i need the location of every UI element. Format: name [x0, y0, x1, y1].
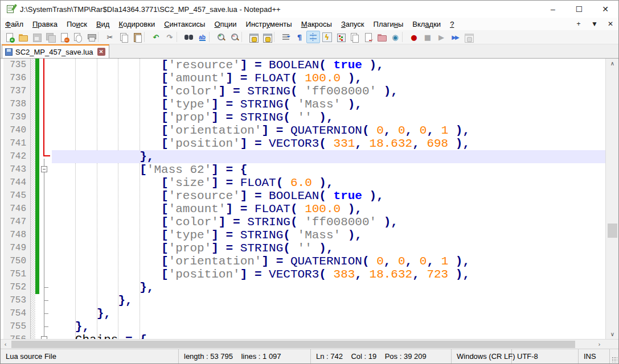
change-marker [35, 163, 39, 176]
save-macro-button[interactable] [462, 31, 475, 43]
status-size-info: length : 53 795 lines : 1 097 [179, 349, 311, 363]
menu-item-6[interactable]: Синтаксисы [159, 19, 210, 30]
show-indent-guide-button[interactable] [306, 31, 320, 43]
undo-icon: ↶ [151, 32, 161, 42]
cut-button[interactable]: ✂ [103, 31, 117, 43]
close-file-button[interactable] [57, 31, 71, 43]
save-macro-icon [464, 32, 474, 42]
folder-as-workspace-button[interactable] [375, 31, 388, 43]
change-marker [35, 111, 39, 124]
minimize-button[interactable]: – [540, 1, 566, 18]
menu-item-10[interactable]: Запуск [337, 19, 369, 30]
show-all-characters-button[interactable]: ¶ [293, 31, 306, 43]
menu-item-4[interactable]: Вид [92, 19, 114, 30]
scroll-right-arrow-icon[interactable]: › [595, 340, 604, 349]
status-insert-mode: INS [579, 349, 610, 363]
line-number: 752 [3, 281, 30, 294]
record-macro-button[interactable]: ● [407, 31, 421, 43]
run-macro-multiple-icon: ▶▶ [450, 32, 460, 42]
user-defined-dialog-icon: ϟ [322, 32, 332, 42]
menu-bar: ФайлПравкаПоискВидКодировкиСинтаксисыОпц… [1, 18, 618, 30]
redo-button[interactable]: ↷ [163, 31, 177, 43]
print-button[interactable] [84, 31, 98, 43]
scrollbar-corner [605, 340, 618, 349]
menu-item-3[interactable]: Поиск [62, 19, 92, 30]
run-macro-multiple-button[interactable]: ▶▶ [448, 31, 462, 43]
change-marker [35, 85, 39, 98]
menu-item-5[interactable]: Кодировки [114, 19, 159, 30]
zoom-out-button[interactable]: − [228, 31, 241, 43]
line-number: 755 [3, 320, 30, 333]
replace-button[interactable]: ab [195, 31, 209, 43]
close-all-button[interactable] [71, 31, 84, 43]
new-tab-button[interactable]: + [574, 20, 583, 28]
menu-item-11[interactable]: Плагины [369, 19, 408, 30]
stop-macro-button[interactable]: ■ [421, 31, 434, 43]
resize-grip[interactable] [612, 357, 617, 362]
menu-item-12[interactable]: Вкладки [408, 19, 445, 30]
open-file-button[interactable] [16, 31, 30, 43]
menu-item-9[interactable]: Макросы [297, 19, 337, 30]
close-button[interactable]: ✕ [592, 1, 618, 18]
change-marker [35, 268, 39, 281]
close-all-icon [73, 32, 83, 42]
fold-margin[interactable] [39, 59, 52, 339]
notepad-plus-plus-icon [6, 5, 15, 14]
line-number: 735 [3, 59, 30, 72]
tab-close-icon[interactable]: ✕ [97, 48, 105, 56]
vertical-scroll-thumb[interactable] [608, 224, 617, 238]
copy-button[interactable] [117, 31, 130, 43]
line-number: 738 [3, 98, 30, 111]
toolbar: ✂↶↷ab+−¶ϟ◉●■▶▶▶ [1, 30, 618, 44]
menu-item-7[interactable]: Опции [210, 19, 241, 30]
menu-item-8[interactable]: Инструменты [241, 19, 297, 30]
scroll-down-arrow-icon[interactable]: ∨ [606, 329, 618, 339]
vertical-scrollbar[interactable]: ∧ ∨ [605, 59, 618, 339]
line-number: 749 [3, 242, 30, 255]
new-file-button[interactable] [2, 31, 16, 43]
fold-collapse-icon[interactable] [41, 166, 47, 172]
tab-list-button[interactable]: ▼ [590, 20, 599, 28]
horizontal-scrollbar[interactable]: ‹ › [1, 339, 618, 349]
menu-item-1[interactable]: Файл [1, 19, 28, 30]
find-button[interactable] [182, 31, 195, 43]
close-tab-button[interactable]: ✕ [606, 20, 615, 28]
code-line-736: ['amount'] = FLOAT( 100.0 ), [52, 72, 605, 85]
fold-end-tick [44, 326, 48, 327]
change-marker [35, 72, 39, 85]
toolbar-separator [402, 32, 406, 42]
scroll-left-arrow-icon[interactable]: ‹ [1, 340, 10, 349]
scroll-up-arrow-icon[interactable]: ∧ [606, 59, 618, 68]
tab-SC2_MP_457_save.lua[interactable]: SC2_MP_457_save.lua✕ [2, 44, 109, 58]
file-monitoring-button[interactable]: ◉ [388, 31, 402, 43]
code-line-744: ['size'] = FLOAT( 6.0 ), [52, 176, 605, 189]
change-marker [35, 189, 39, 202]
sync-scroll-vertical-button[interactable] [247, 31, 260, 43]
save-all-button[interactable] [43, 31, 57, 43]
word-wrap-button[interactable] [279, 31, 293, 43]
menu-item-13[interactable]: ? [445, 19, 458, 30]
function-list-button[interactable] [361, 31, 375, 43]
title-bar: J:\SystemTrash\TMP\Rar$DIa14364.3771\SC2… [1, 1, 618, 18]
code-text-area[interactable]: ['resource'] = BOOLEAN( true ), ['amount… [52, 59, 605, 339]
play-macro-button[interactable]: ▶ [434, 31, 448, 43]
code-line-752: }, [52, 281, 605, 294]
undo-button[interactable]: ↶ [149, 31, 163, 43]
line-number: 742 [3, 150, 30, 163]
horizontal-scroll-thumb[interactable] [11, 341, 575, 348]
user-defined-dialog-button[interactable]: ϟ [320, 31, 334, 43]
document-map-button[interactable] [334, 31, 347, 43]
bookmark-margin[interactable] [31, 59, 35, 339]
document-list-button[interactable] [347, 31, 361, 43]
paste-button[interactable] [130, 31, 144, 43]
menu-item-2[interactable]: Правка [28, 19, 62, 30]
change-marker [35, 137, 39, 150]
play-macro-icon: ▶ [437, 32, 446, 42]
copy-icon [119, 32, 129, 42]
maximize-button[interactable]: ☐ [566, 1, 592, 18]
cut-icon: ✂ [105, 32, 115, 42]
line-number-margin[interactable]: 7357367377387397407417427437447457467477… [3, 59, 31, 339]
sync-scroll-horizontal-button[interactable] [260, 31, 274, 43]
zoom-in-button[interactable]: + [214, 31, 228, 43]
save-file-button[interactable] [30, 31, 43, 43]
